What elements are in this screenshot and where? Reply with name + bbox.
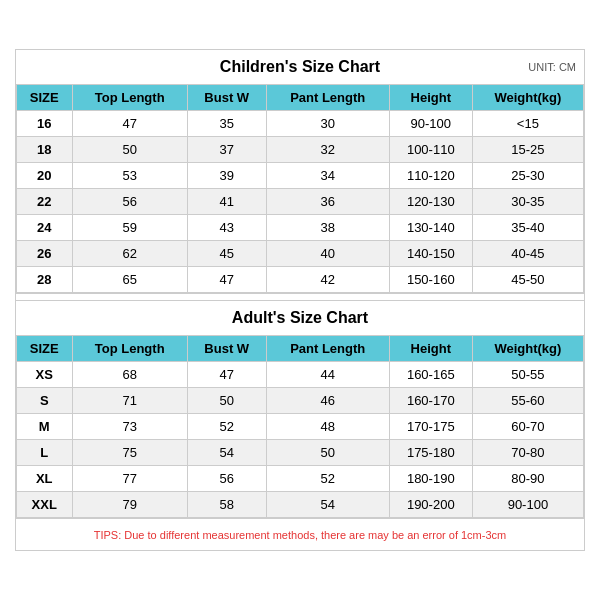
table-cell: 36 xyxy=(266,189,389,215)
unit-label: UNIT: CM xyxy=(528,61,576,73)
adult-col-height: Height xyxy=(389,336,472,362)
adult-header-row: SIZE Top Length Bust W Pant Length Heigh… xyxy=(17,336,584,362)
table-row: 22564136120-13030-35 xyxy=(17,189,584,215)
table-cell: 58 xyxy=(187,492,266,518)
table-cell: 46 xyxy=(266,388,389,414)
table-cell: 56 xyxy=(187,466,266,492)
adult-col-pant-length: Pant Length xyxy=(266,336,389,362)
size-chart-container: Children's Size Chart UNIT: CM SIZE Top … xyxy=(15,49,585,551)
table-cell: 47 xyxy=(72,111,187,137)
table-cell: 73 xyxy=(72,414,187,440)
table-cell: 55-60 xyxy=(472,388,583,414)
table-cell: 71 xyxy=(72,388,187,414)
children-header-row: SIZE Top Length Bust W Pant Length Heigh… xyxy=(17,85,584,111)
table-cell: 50 xyxy=(266,440,389,466)
table-cell: L xyxy=(17,440,73,466)
table-cell: 50-55 xyxy=(472,362,583,388)
children-title-row: Children's Size Chart UNIT: CM xyxy=(16,50,584,84)
table-row: S715046160-17055-60 xyxy=(17,388,584,414)
table-row: 24594338130-14035-40 xyxy=(17,215,584,241)
adult-col-top-length: Top Length xyxy=(72,336,187,362)
table-cell: 25-30 xyxy=(472,163,583,189)
table-cell: 38 xyxy=(266,215,389,241)
table-cell: 190-200 xyxy=(389,492,472,518)
table-cell: 90-100 xyxy=(389,111,472,137)
table-cell: 45-50 xyxy=(472,267,583,293)
adult-col-weight: Weight(kg) xyxy=(472,336,583,362)
table-cell: 120-130 xyxy=(389,189,472,215)
adult-col-bust: Bust W xyxy=(187,336,266,362)
table-cell: 52 xyxy=(187,414,266,440)
table-row: 28654742150-16045-50 xyxy=(17,267,584,293)
table-cell: 16 xyxy=(17,111,73,137)
table-cell: 62 xyxy=(72,241,187,267)
table-cell: 90-100 xyxy=(472,492,583,518)
table-row: M735248170-17560-70 xyxy=(17,414,584,440)
table-cell: 30-35 xyxy=(472,189,583,215)
adult-title: Adult's Size Chart xyxy=(232,309,368,326)
table-row: 18503732100-11015-25 xyxy=(17,137,584,163)
table-cell: 43 xyxy=(187,215,266,241)
table-cell: <15 xyxy=(472,111,583,137)
table-cell: 35 xyxy=(187,111,266,137)
table-cell: 18 xyxy=(17,137,73,163)
table-cell: 77 xyxy=(72,466,187,492)
table-cell: 26 xyxy=(17,241,73,267)
table-cell: 34 xyxy=(266,163,389,189)
table-cell: 41 xyxy=(187,189,266,215)
table-cell: 24 xyxy=(17,215,73,241)
adult-table: SIZE Top Length Bust W Pant Length Heigh… xyxy=(16,335,584,518)
children-title: Children's Size Chart xyxy=(220,58,380,75)
adult-col-size: SIZE xyxy=(17,336,73,362)
table-cell: 100-110 xyxy=(389,137,472,163)
table-cell: 47 xyxy=(187,362,266,388)
table-cell: 28 xyxy=(17,267,73,293)
table-row: XXL795854190-20090-100 xyxy=(17,492,584,518)
table-cell: 47 xyxy=(187,267,266,293)
tips-text: TIPS: Due to different measurement metho… xyxy=(94,529,506,541)
table-cell: 35-40 xyxy=(472,215,583,241)
table-cell: 40 xyxy=(266,241,389,267)
children-col-size: SIZE xyxy=(17,85,73,111)
table-cell: 150-160 xyxy=(389,267,472,293)
section-divider xyxy=(16,293,584,301)
table-cell: 160-170 xyxy=(389,388,472,414)
table-cell: 32 xyxy=(266,137,389,163)
table-cell: 54 xyxy=(266,492,389,518)
children-col-top-length: Top Length xyxy=(72,85,187,111)
table-cell: 54 xyxy=(187,440,266,466)
table-row: 20533934110-12025-30 xyxy=(17,163,584,189)
table-cell: 59 xyxy=(72,215,187,241)
tips-row: TIPS: Due to different measurement metho… xyxy=(16,518,584,550)
table-cell: 22 xyxy=(17,189,73,215)
table-cell: 80-90 xyxy=(472,466,583,492)
table-cell: 70-80 xyxy=(472,440,583,466)
table-cell: 15-25 xyxy=(472,137,583,163)
table-cell: XS xyxy=(17,362,73,388)
table-cell: 110-120 xyxy=(389,163,472,189)
children-table: SIZE Top Length Bust W Pant Length Heigh… xyxy=(16,84,584,293)
table-cell: 39 xyxy=(187,163,266,189)
table-cell: 37 xyxy=(187,137,266,163)
table-cell: 52 xyxy=(266,466,389,492)
children-col-weight: Weight(kg) xyxy=(472,85,583,111)
table-cell: 65 xyxy=(72,267,187,293)
children-col-bust: Bust W xyxy=(187,85,266,111)
table-cell: 56 xyxy=(72,189,187,215)
table-cell: XL xyxy=(17,466,73,492)
table-row: XL775652180-19080-90 xyxy=(17,466,584,492)
table-cell: 68 xyxy=(72,362,187,388)
table-cell: 48 xyxy=(266,414,389,440)
table-cell: 44 xyxy=(266,362,389,388)
table-cell: XXL xyxy=(17,492,73,518)
table-cell: 50 xyxy=(187,388,266,414)
table-cell: 170-175 xyxy=(389,414,472,440)
table-cell: 20 xyxy=(17,163,73,189)
adult-title-row: Adult's Size Chart xyxy=(16,301,584,335)
table-cell: 60-70 xyxy=(472,414,583,440)
table-cell: 140-150 xyxy=(389,241,472,267)
table-cell: 42 xyxy=(266,267,389,293)
table-cell: 45 xyxy=(187,241,266,267)
table-row: XS684744160-16550-55 xyxy=(17,362,584,388)
table-cell: 175-180 xyxy=(389,440,472,466)
